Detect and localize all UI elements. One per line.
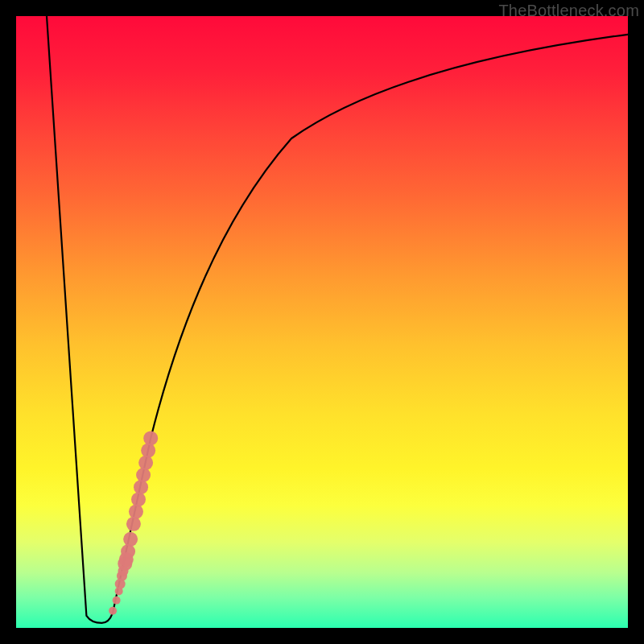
chart-svg: [16, 16, 628, 628]
svg-point-14: [136, 468, 151, 482]
svg-point-16: [141, 444, 155, 458]
svg-point-0: [109, 607, 117, 615]
bottleneck-curve: [47, 16, 628, 623]
svg-point-1: [113, 597, 121, 605]
svg-point-9: [123, 532, 138, 547]
highlighted-points: [109, 431, 158, 614]
svg-point-17: [143, 431, 158, 445]
svg-point-10: [126, 517, 141, 531]
svg-point-13: [134, 480, 148, 494]
svg-point-12: [131, 492, 146, 506]
svg-point-8: [121, 544, 135, 559]
svg-point-11: [129, 505, 143, 519]
svg-point-15: [138, 456, 153, 470]
chart-container: TheBottleneck.com: [0, 0, 644, 644]
